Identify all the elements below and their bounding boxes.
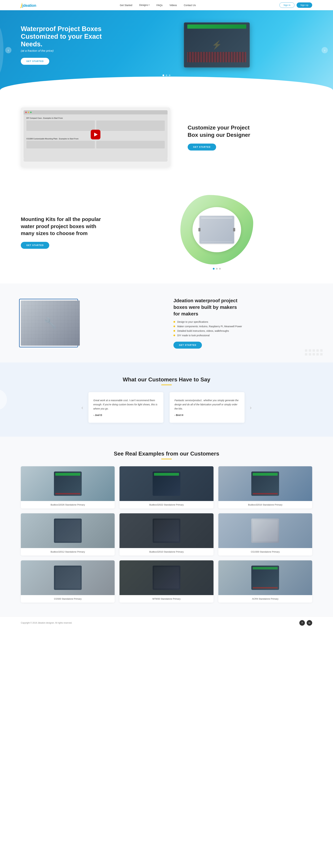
- nav-link-getstarted[interactable]: Get Started: [120, 4, 132, 7]
- laptop-screen: DIY Compact Case - Examples to Start Fro…: [24, 110, 168, 159]
- example-label-4: Budbox32012 Standalone Primary: [21, 548, 114, 556]
- example-card-9[interactable]: ACR4 Standalone Primary: [219, 560, 312, 602]
- product-circle: [193, 207, 241, 252]
- testimonial-author-2: - Bret H: [174, 414, 240, 416]
- section-mounting: Mounting Kits for all the popular water …: [0, 181, 333, 283]
- example-img-9: [219, 560, 312, 595]
- play-button[interactable]: [91, 130, 100, 140]
- signup-button[interactable]: Sign Up: [297, 2, 312, 8]
- hero-bottom-wave: [0, 76, 333, 90]
- example-label-8: MTM30 Standalone Primary: [120, 595, 213, 602]
- example-img-5: [120, 513, 213, 548]
- mounting-carousel-dots: [213, 268, 221, 270]
- nav-link-contact[interactable]: Contact Us: [184, 4, 196, 7]
- facebook-icon[interactable]: f: [299, 620, 305, 626]
- testimonials-next-arrow[interactable]: ›: [248, 404, 254, 411]
- examples-heading: See Real Examples from our Customers: [21, 451, 312, 457]
- hero-image-area: ⚡: [122, 22, 312, 67]
- section-video: DIY Compact Case - Examples to Start Fro…: [0, 90, 333, 181]
- mounting-dot-1[interactable]: [213, 268, 214, 270]
- example-label-1: Budbox32026 Standalone Primary: [21, 501, 114, 508]
- feature-item-3: Detailed build instructions, videos, wal…: [173, 330, 312, 332]
- example-img-8: [120, 560, 213, 595]
- hero-content: Waterproof Project Boxes Customized to y…: [21, 25, 122, 65]
- footer: Copyright © 2019 Jdeation designer. All …: [0, 616, 333, 629]
- project-box-image: [199, 216, 234, 244]
- makers-cta-button[interactable]: GET STARTED: [173, 342, 202, 349]
- bullet-icon-2: [173, 326, 175, 327]
- example-card-1[interactable]: Budbox32026 Standalone Primary: [21, 466, 114, 508]
- footer-social: f in: [299, 620, 312, 626]
- testimonials-prev-arrow[interactable]: ‹: [79, 404, 85, 411]
- example-card-8[interactable]: MTM30 Standalone Primary: [120, 560, 213, 602]
- example-card-7[interactable]: CG500 Standalone Primary: [21, 560, 114, 602]
- video-text: Customize your Project Box using our Des…: [188, 124, 312, 150]
- mounting-cta-button[interactable]: GET STARTED: [21, 242, 49, 249]
- example-img-4: [21, 513, 114, 548]
- logo-text: jdeation: [22, 3, 36, 8]
- nav-links: Get Started Designs▾ FAQs Videos Contact…: [120, 4, 196, 7]
- example-img-2: [120, 466, 213, 501]
- hero-subtext: (at a fraction of the price): [21, 49, 122, 53]
- signin-button[interactable]: Sign In: [279, 2, 294, 8]
- testimonials-grid: Great work at a reasonable cost. I can't…: [89, 392, 244, 423]
- nav-link-faqs[interactable]: FAQs: [157, 4, 163, 7]
- footer-copyright: Copyright © 2019 Jdeation designer. All …: [21, 622, 72, 624]
- video-mockup-container: DIY Compact Case - Examples to Start Fro…: [21, 107, 170, 167]
- bullet-icon-3: [173, 330, 175, 332]
- linkedin-icon[interactable]: in: [307, 620, 312, 626]
- laptop-mockup: DIY Compact Case - Examples to Start Fro…: [21, 107, 170, 167]
- logo[interactable]: j jdeation: [21, 3, 36, 8]
- example-card-4[interactable]: Budbox32012 Standalone Primary: [21, 513, 114, 556]
- hero-cta-button[interactable]: GET STARTED: [21, 58, 49, 65]
- feature-item-2: Maker components: Arduino, Raspberry Pi,…: [173, 325, 312, 328]
- nav-link-designs[interactable]: Designs▾: [139, 4, 150, 6]
- chevron-down-icon: ▾: [148, 4, 149, 6]
- green-blob: [180, 195, 253, 265]
- mounting-dot-2[interactable]: [216, 268, 218, 270]
- hero-dot-1[interactable]: [163, 74, 164, 76]
- hero-prev-arrow[interactable]: ‹: [5, 47, 11, 53]
- testimonial-left-decoration: [0, 389, 7, 410]
- example-label-7: CG500 Standalone Primary: [21, 595, 114, 602]
- mounting-heading: Mounting Kits for all the popular water …: [21, 216, 107, 237]
- testimonial-text-1: Great work at a reasonable cost. I can't…: [93, 398, 159, 411]
- example-card-2[interactable]: Budbox32022 Standalone Primary: [120, 466, 213, 508]
- section-makers: 🔧 Jdeation waterproof project boxes were…: [0, 283, 333, 363]
- nav-actions: Sign In Sign Up: [279, 2, 312, 8]
- feature-item-4: DIY made to look professional: [173, 334, 312, 337]
- example-card-3[interactable]: Budbox32016 Standalone Primary: [219, 466, 312, 508]
- example-card-5[interactable]: Budbox32010 Standalone Primary: [120, 513, 213, 556]
- section-testimonials: What our Customers Have to Say ‹ Great w…: [0, 363, 333, 436]
- examples-gold-bar: [161, 459, 172, 459]
- example-label-6: CG1500 Standalone Primary: [219, 548, 312, 556]
- video-cta-button[interactable]: GET STARTED: [188, 144, 216, 151]
- makers-image-container: 🔧: [21, 301, 160, 346]
- mounting-text: Mounting Kits for all the popular water …: [21, 216, 107, 249]
- testimonial-card-1: Great work at a reasonable cost. I can't…: [89, 392, 163, 423]
- example-img-3: [219, 466, 312, 501]
- example-label-2: Budbox32022 Standalone Primary: [120, 501, 213, 508]
- hero-dot-3[interactable]: [169, 74, 170, 76]
- makers-heading: Jdeation waterproof project boxes were b…: [173, 298, 312, 317]
- bg-decoration: [305, 349, 323, 355]
- hero-dot-2[interactable]: [166, 74, 167, 76]
- feature-item-1: Design to your specifications: [173, 320, 312, 323]
- example-card-6[interactable]: CG1500 Standalone Primary: [219, 513, 312, 556]
- bullet-icon-1: [173, 321, 175, 323]
- hero-headline: Waterproof Project Boxes Customized to y…: [21, 25, 122, 48]
- hero-next-arrow[interactable]: ›: [322, 47, 328, 53]
- mounting-dot-3[interactable]: [219, 268, 221, 270]
- example-label-3: Budbox32016 Standalone Primary: [219, 501, 312, 508]
- testimonial-card-2: Fantastic service/product.. whether you …: [170, 392, 244, 423]
- nav-link-videos[interactable]: Videos: [169, 4, 177, 7]
- example-img-1: [21, 466, 114, 501]
- hero-wave-left: [0, 24, 3, 76]
- section-examples: See Real Examples from our Customers Bud…: [0, 437, 333, 616]
- hero-carousel-dots: [163, 74, 170, 76]
- makers-product-image: 🔧: [21, 301, 80, 346]
- hero-product-image: ⚡: [184, 22, 250, 67]
- testimonials-wrapper: ‹ Great work at a reasonable cost. I can…: [21, 392, 312, 423]
- example-label-9: ACR4 Standalone Primary: [219, 595, 312, 602]
- example-label-5: Budbox32010 Standalone Primary: [120, 548, 213, 556]
